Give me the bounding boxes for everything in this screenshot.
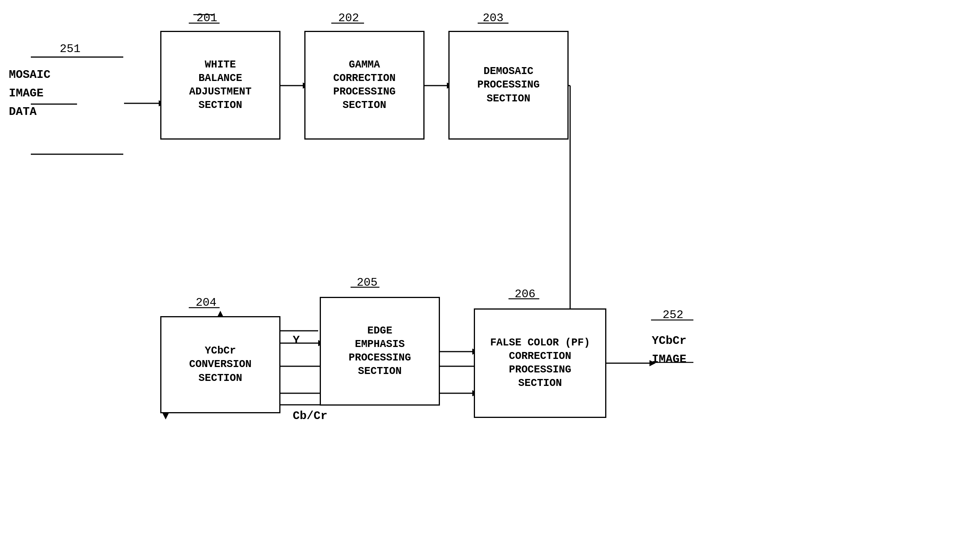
ref-206: 206 bbox=[515, 288, 535, 301]
demosaic-block: DEMOSAICPROCESSINGSECTION bbox=[448, 31, 569, 140]
white-balance-block: WHITEBALANCEADJUSTMENTSECTION bbox=[160, 31, 280, 140]
ref-204: 204 bbox=[196, 296, 216, 309]
ref-202: 202 bbox=[338, 12, 359, 25]
svg-marker-20 bbox=[163, 413, 169, 419]
ref-203: 203 bbox=[483, 12, 503, 25]
edge-emphasis-block: EDGEEMPHASISPROCESSINGSECTION bbox=[320, 297, 440, 406]
diagram-container: 251 MOSAICIMAGEDATA 201 202 203 204 205 … bbox=[0, 0, 980, 549]
y-signal-label: Y bbox=[293, 332, 300, 349]
gamma-correction-block: GAMMACORRECTIONPROCESSINGSECTION bbox=[304, 31, 425, 140]
ref-201: 201 bbox=[196, 12, 217, 25]
ycbcr-conversion-block: YCbCrCONVERSIONSECTION bbox=[160, 316, 280, 413]
false-color-block: FALSE COLOR (PF)CORRECTIONPROCESSINGSECT… bbox=[474, 308, 606, 418]
cbcr-signal-label: Cb/Cr bbox=[293, 408, 327, 424]
ref-205: 205 bbox=[357, 276, 378, 289]
ycbcr-image-label: YCbCrIMAGE bbox=[652, 332, 686, 369]
ref-251: 251 bbox=[60, 42, 81, 56]
mosaic-image-data-label: MOSAICIMAGEDATA bbox=[9, 66, 50, 121]
ref-252: 252 bbox=[663, 308, 683, 322]
